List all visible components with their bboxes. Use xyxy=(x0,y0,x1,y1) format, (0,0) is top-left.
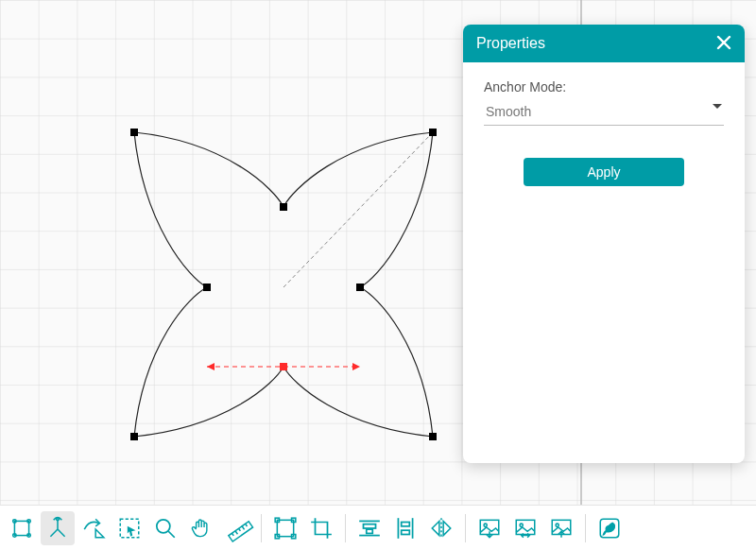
toolbar-divider xyxy=(585,514,586,542)
svg-line-12 xyxy=(235,530,237,534)
svg-line-15 xyxy=(246,524,248,526)
toolbar-divider xyxy=(261,514,262,542)
close-icon[interactable] xyxy=(716,34,731,53)
tool-zoom-icon[interactable] xyxy=(148,511,182,545)
svg-point-31 xyxy=(484,524,487,526)
svg-rect-10 xyxy=(229,521,253,541)
svg-rect-24 xyxy=(367,529,373,533)
svg-point-35 xyxy=(556,524,558,526)
tool-bounding-box-icon[interactable] xyxy=(268,511,302,545)
svg-point-33 xyxy=(520,524,523,526)
anchor-corner[interactable] xyxy=(130,129,138,136)
anchor-mid[interactable] xyxy=(280,203,287,211)
bottom-toolbar xyxy=(0,505,756,550)
tool-select-rect-icon[interactable] xyxy=(112,511,146,545)
anchor-corner[interactable] xyxy=(429,129,437,136)
anchor-mode-value: Smooth xyxy=(486,104,531,119)
svg-rect-22 xyxy=(364,524,376,527)
svg-rect-32 xyxy=(516,520,535,534)
toolbar-divider xyxy=(345,514,346,542)
tool-distribute-vertical-icon[interactable] xyxy=(388,511,422,545)
tool-shape-properties-icon[interactable] xyxy=(5,511,39,545)
apply-button[interactable]: Apply xyxy=(524,158,684,186)
toolbar-divider xyxy=(465,514,466,542)
tool-image-upload-icon[interactable] xyxy=(544,511,578,545)
panel-header: Properties xyxy=(463,25,745,62)
properties-panel: Properties Anchor Mode: Smooth Apply xyxy=(463,25,745,463)
anchor-corner[interactable] xyxy=(130,433,138,440)
tool-pan-hand-icon[interactable] xyxy=(184,511,218,545)
tool-edit-points-icon[interactable] xyxy=(41,511,75,545)
tool-redo-pointer-icon[interactable] xyxy=(77,511,111,545)
tool-paint-brush-icon[interactable] xyxy=(593,511,627,545)
anchor-corner[interactable] xyxy=(429,433,437,440)
svg-line-13 xyxy=(239,528,241,531)
anchor-mode-label: Anchor Mode: xyxy=(484,79,724,95)
tool-align-horizontal-icon[interactable] xyxy=(352,511,387,545)
tool-image-convert-icon[interactable] xyxy=(508,511,542,545)
chevron-down-icon xyxy=(713,104,722,109)
anchor-mid[interactable] xyxy=(356,284,364,291)
tool-ruler-icon[interactable] xyxy=(220,511,254,545)
svg-line-11 xyxy=(232,533,233,536)
svg-point-9 xyxy=(157,519,170,532)
panel-title: Properties xyxy=(476,35,545,52)
svg-rect-28 xyxy=(402,530,410,534)
tool-mirror-icon[interactable] xyxy=(424,511,458,545)
svg-rect-2 xyxy=(14,521,28,535)
anchor-mid[interactable] xyxy=(203,284,211,291)
anchor-mode-select[interactable]: Smooth xyxy=(484,100,724,126)
svg-line-14 xyxy=(242,525,244,529)
anchor-selected[interactable] xyxy=(280,363,287,370)
svg-rect-27 xyxy=(402,522,410,525)
tool-crop-icon[interactable] xyxy=(304,511,338,545)
tool-image-download-icon[interactable] xyxy=(472,511,507,545)
